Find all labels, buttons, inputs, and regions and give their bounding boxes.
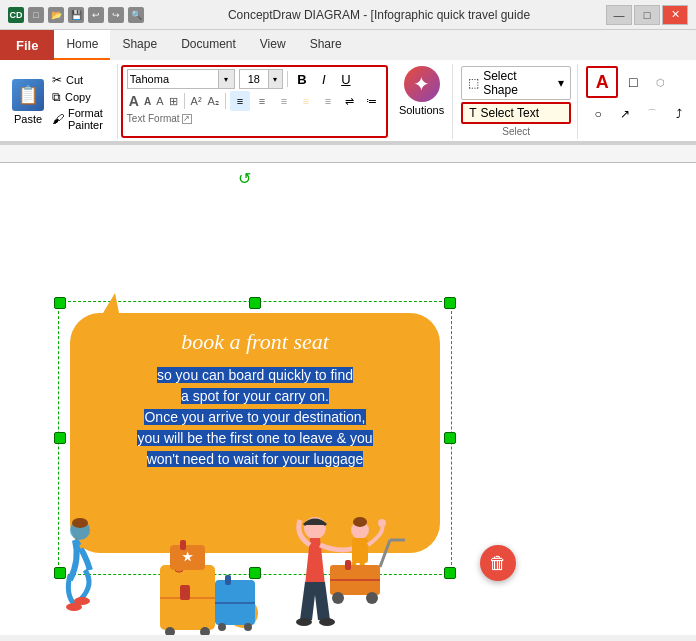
solutions-label: Solutions [399, 104, 444, 116]
svg-point-19 [296, 618, 312, 626]
svg-text:★: ★ [182, 550, 193, 564]
file-tab[interactable]: File [0, 30, 54, 60]
font-name-input[interactable] [128, 70, 218, 88]
format-painter-action[interactable]: 🖌 Format Painter [50, 106, 111, 132]
expand-icon[interactable]: ↗ [182, 114, 192, 124]
highlighted-text-2: Once you arrive to your destination,you … [137, 409, 372, 467]
text-direction-btn[interactable]: ⇌ [340, 91, 360, 111]
font-char-btn[interactable]: ⊞ [167, 95, 180, 108]
figures-svg: ★ [50, 505, 470, 635]
child-figure [330, 517, 405, 604]
close-button[interactable]: ✕ [662, 5, 688, 25]
home-tab[interactable]: Home [54, 30, 110, 60]
tool-btn-2[interactable]: ⬡ [648, 70, 672, 94]
select-shape-icon: ⬚ [468, 76, 479, 90]
svg-point-1 [72, 518, 88, 528]
handle-tl[interactable] [54, 297, 66, 309]
handle-ml[interactable] [54, 432, 66, 444]
underline-button[interactable]: U [336, 69, 356, 89]
font-grow-btn[interactable]: A [127, 93, 141, 109]
italic-button[interactable]: I [314, 69, 334, 89]
tf-row-1: ▾ ▾ B I U [127, 69, 382, 89]
open-icon[interactable]: 📂 [48, 7, 64, 23]
bullet-btn[interactable]: ≔ [362, 91, 382, 111]
document-tab[interactable]: Document [169, 30, 248, 60]
cut-label: Cut [66, 74, 83, 86]
svg-rect-23 [352, 538, 368, 563]
redo-icon[interactable]: ↪ [108, 7, 124, 23]
align-dist-btn[interactable]: ≡ [318, 91, 338, 111]
delete-button[interactable]: 🗑 [480, 545, 516, 581]
bold-button[interactable]: B [292, 69, 312, 89]
handle-mr[interactable] [444, 432, 456, 444]
text-tool-button[interactable]: A [586, 66, 618, 98]
save-icon[interactable]: 💾 [68, 7, 84, 23]
superscript-btn[interactable]: A² [189, 95, 204, 107]
format-painter-label: Format Painter [68, 107, 109, 131]
ribbon: File Home Shape Document View Share 📋 Pa… [0, 30, 696, 145]
canvas-area: ↺ book a front seat so you can board qui… [0, 145, 696, 635]
font-size-controls: A A A ⊞ [127, 93, 180, 109]
tool-btn-6[interactable]: ⤴ [667, 102, 691, 126]
clipboard-actions: ✂ Cut ⧉ Copy 🖌 Format Painter [50, 66, 111, 137]
font-aa-btn[interactable]: A [154, 95, 165, 107]
document-area: ↺ book a front seat so you can board qui… [0, 163, 696, 635]
select-shape-button[interactable]: ⬚ Select Shape ▾ [461, 66, 571, 100]
select-shape-label: Select Shape [483, 69, 554, 97]
share-tab[interactable]: Share [298, 30, 354, 60]
handle-tm[interactable] [249, 297, 261, 309]
tools-group: A □ ⬡ ○ ↗ ⌒ ⤴ [580, 64, 696, 139]
app-icon: CD [8, 7, 24, 23]
shape-tab[interactable]: Shape [110, 30, 169, 60]
svg-point-33 [366, 592, 378, 604]
font-shrink-btn[interactable]: A [142, 96, 153, 107]
bubble-title: book a front seat [181, 329, 329, 355]
tool-btn-1[interactable]: □ [621, 70, 645, 94]
bubble-body: so you can board quickly to finda spot f… [137, 365, 372, 470]
maximize-button[interactable]: □ [634, 5, 660, 25]
minimize-button[interactable]: — [606, 5, 632, 25]
view-tab[interactable]: View [248, 30, 298, 60]
paste-button[interactable]: 📋 Paste [10, 66, 46, 137]
solutions-group[interactable]: ✦ Solutions [391, 64, 453, 139]
font-size-input[interactable] [240, 70, 268, 88]
undo-icon[interactable]: ↩ [88, 7, 104, 23]
handle-tr[interactable] [444, 297, 456, 309]
svg-rect-7 [180, 585, 190, 600]
align-right-btn[interactable]: ≡ [274, 91, 294, 111]
figures-area: ★ [50, 505, 470, 635]
window-title: ConceptDraw DIAGRAM - [Infographic quick… [152, 8, 606, 22]
align-center-btn[interactable]: ≡ [252, 91, 272, 111]
horizontal-ruler [0, 145, 696, 163]
text-format-group: ▾ ▾ B I U A A A ⊞ A² [121, 65, 388, 138]
select-group: ⬚ Select Shape ▾ T Select Text Select [455, 64, 578, 139]
zoom-icon[interactable]: 🔍 [128, 7, 144, 23]
copy-action[interactable]: ⧉ Copy [50, 89, 111, 105]
align-left-btn[interactable]: ≡ [230, 91, 250, 111]
font-size-wrap[interactable]: ▾ [239, 69, 283, 89]
luggage-pile: ★ [160, 540, 255, 635]
tool-btn-3[interactable]: ○ [586, 102, 610, 126]
select-shape-dropdown[interactable]: ▾ [558, 76, 564, 90]
tools-row-2: ○ ↗ ⌒ ⤴ [586, 102, 691, 126]
highlighted-text: so you can board quickly to finda spot f… [157, 367, 353, 404]
font-dropdown-arrow[interactable]: ▾ [218, 70, 234, 88]
svg-point-16 [218, 623, 226, 631]
select-text-button[interactable]: T Select Text [461, 102, 571, 124]
copy-icon: ⧉ [52, 90, 61, 104]
svg-line-30 [380, 540, 390, 567]
new-icon[interactable]: □ [28, 7, 44, 23]
rotate-handle[interactable]: ↺ [238, 169, 254, 185]
font-selector[interactable]: ▾ [127, 69, 235, 89]
clipboard-group: 📋 Paste ✂ Cut ⧉ Copy 🖌 Format Painter [4, 64, 118, 139]
copy-label: Copy [65, 91, 91, 103]
window-controls: — □ ✕ [606, 5, 688, 25]
font-size-dropdown-arrow[interactable]: ▾ [268, 70, 282, 88]
align-justify-btn[interactable]: ≡ [296, 91, 316, 111]
svg-point-3 [74, 597, 90, 605]
text-format-label-text: Text Format [127, 113, 180, 124]
cut-action[interactable]: ✂ Cut [50, 72, 111, 88]
subscript-btn[interactable]: A₂ [206, 95, 221, 108]
tool-btn-4[interactable]: ↗ [613, 102, 637, 126]
tool-btn-5[interactable]: ⌒ [640, 102, 664, 126]
